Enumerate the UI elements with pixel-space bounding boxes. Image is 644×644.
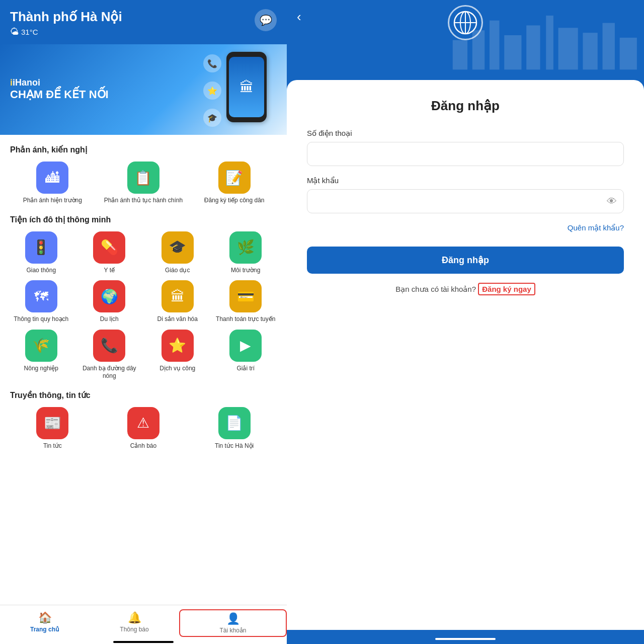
back-button[interactable]: ‹ xyxy=(297,9,301,25)
password-input-wrap: 👁 xyxy=(307,189,624,213)
section-title-news: Truyền thông, tin tức xyxy=(10,390,277,400)
list-item[interactable]: 🏛 Di sản văn hóa xyxy=(146,280,209,324)
list-item[interactable]: 🎓 Giáo dục xyxy=(146,231,209,275)
nav-notifications[interactable]: 🔔 Thông báo xyxy=(90,609,179,637)
banner-brand: iiHanoi xyxy=(10,77,109,88)
du-lich-icon: 🌍 xyxy=(93,280,125,312)
phan-anh-hien-truong-label: Phản ánh hiện trường xyxy=(23,197,82,205)
danh-ba-label: Danh bạ đường dây nóng xyxy=(78,365,141,380)
svg-rect-9 xyxy=(546,16,553,69)
banner-icons: 📞 ⭐ 🎓 ✉ xyxy=(203,54,221,135)
quy-hoach-icon: 🗺 xyxy=(25,280,57,312)
moi-truong-label: Môi trường xyxy=(231,267,260,275)
login-button[interactable]: Đăng nhập xyxy=(307,247,624,274)
left-content: Phản ánh, kiến nghị 🏙 Phản ánh hiện trườ… xyxy=(0,135,287,605)
home-icon: 🏠 xyxy=(38,611,52,624)
login-card: Đăng nhập Số điện thoại Mật khẩu 👁 Quên … xyxy=(287,80,644,630)
list-item[interactable]: 📋 Phản ánh thủ tục hành chính xyxy=(101,162,186,205)
list-item[interactable]: 🌍 Du lịch xyxy=(78,280,141,324)
hanoi-logo: 🏛 xyxy=(239,79,254,96)
nong-nghiep-label: Nông nghiệp xyxy=(24,365,58,373)
phone-input-wrap xyxy=(307,142,624,166)
nav-account[interactable]: 👤 Tài khoản xyxy=(179,609,287,637)
di-san-icon: 🏛 xyxy=(162,280,194,312)
smart-grid: 🚦 Giao thông 💊 Y tế 🎓 Giáo dục 🌿 Môi trư… xyxy=(10,231,277,380)
banner: iiHanoi CHẠM ĐỂ KẾT NỐI 🏛 📞 ⭐ 🎓 ✉ xyxy=(0,44,287,135)
list-item[interactable]: 📰 Tin tức xyxy=(10,407,95,450)
city-title: Thành phố Hà Nội xyxy=(10,9,122,25)
account-icon: 👤 xyxy=(226,612,240,625)
left-panel: Thành phố Hà Nội 🌤 31°C 💬 iiHanoi CHẠM Đ… xyxy=(0,0,287,644)
list-item[interactable]: 🌾 Nông nghiệp xyxy=(10,330,72,380)
giao-duc-label: Giáo dục xyxy=(165,267,190,275)
list-item[interactable]: ⭐ Dịch vụ công xyxy=(146,330,209,380)
list-item[interactable]: 📄 Tin tức Hà Nội xyxy=(192,407,277,450)
thanh-toan-icon: 💳 xyxy=(229,280,262,312)
right-home-indicator xyxy=(435,638,496,640)
login-title: Đăng nhập xyxy=(307,98,624,114)
banner-icon-phone: 📞 xyxy=(203,54,221,72)
bell-icon: 🔔 xyxy=(128,611,141,624)
weather-icon: 🌤 xyxy=(10,27,19,37)
password-input[interactable] xyxy=(307,189,624,213)
nav-notifications-label: Thông báo xyxy=(120,626,148,633)
register-row: Bạn chưa có tài khoản? Đăng ký ngay xyxy=(307,285,624,294)
banner-icon-hat: 🎓 xyxy=(203,109,221,127)
list-item[interactable]: 📞 Danh bạ đường dây nóng xyxy=(78,330,141,380)
svg-rect-13 xyxy=(619,38,636,69)
giai-tri-icon: ▶ xyxy=(229,330,262,362)
tin-tuc-icon: 📰 xyxy=(36,407,68,439)
list-item[interactable]: ⚠ Cảnh báo xyxy=(101,407,186,450)
no-account-text: Bạn chưa có tài khoản? xyxy=(395,285,476,293)
svg-rect-6 xyxy=(489,21,499,70)
register-link[interactable]: Đăng ký ngay xyxy=(478,283,535,295)
feedback-grid: 🏙 Phản ánh hiện trường 📋 Phản ánh thủ tụ… xyxy=(10,162,277,205)
phan-anh-thu-tuc-icon: 📋 xyxy=(127,162,159,194)
nav-home-label: Trang chủ xyxy=(30,626,59,633)
nav-home[interactable]: 🏠 Trang chủ xyxy=(0,609,90,637)
list-item[interactable]: ▶ Giải trí xyxy=(215,330,277,380)
home-indicator xyxy=(113,641,174,643)
section-title-feedback: Phản ánh, kiến nghị xyxy=(10,145,277,154)
phone-screen: 🏛 xyxy=(229,57,264,117)
svg-rect-7 xyxy=(504,35,521,69)
banner-icon-star: ⭐ xyxy=(203,82,221,100)
forgot-password-link[interactable]: Quên mật khẩu? xyxy=(307,223,624,232)
city-bg-decoration xyxy=(448,0,645,70)
dich-vu-cong-icon: ⭐ xyxy=(162,330,194,362)
svg-rect-10 xyxy=(558,28,578,69)
tin-tuc-label: Tin tức xyxy=(43,442,62,450)
header-info: Thành phố Hà Nội 🌤 31°C xyxy=(10,9,122,37)
giao-thong-label: Giao thông xyxy=(26,267,56,275)
tin-tuc-hn-icon: 📄 xyxy=(218,407,251,439)
list-item[interactable]: 💊 Y tế xyxy=(78,231,141,275)
svg-rect-11 xyxy=(583,33,597,69)
nav-account-label: Tài khoản xyxy=(219,627,246,634)
list-item[interactable]: 💳 Thanh toán trực tuyến xyxy=(215,280,277,324)
list-item[interactable]: 📝 Đăng ký tiếp công dân xyxy=(192,162,277,205)
y-te-label: Y tế xyxy=(104,267,115,275)
tin-tuc-hn-label: Tin tức Hà Nội xyxy=(215,442,254,450)
dang-ky-tiep-label: Đăng ký tiếp công dân xyxy=(204,197,265,205)
giai-tri-label: Giải trí xyxy=(236,365,255,373)
giao-duc-icon: 🎓 xyxy=(162,231,194,264)
moi-truong-icon: 🌿 xyxy=(229,231,262,264)
news-grid: 📰 Tin tức ⚠ Cảnh báo 📄 Tin tức Hà Nội xyxy=(10,407,277,450)
chat-button[interactable]: 💬 xyxy=(255,9,277,31)
thanh-toan-label: Thanh toán trực tuyến xyxy=(216,315,275,324)
list-item[interactable]: 🗺 Thông tin quy hoạch xyxy=(10,280,72,324)
phan-anh-thu-tuc-label: Phản ánh thủ tục hành chính xyxy=(104,197,183,205)
list-item[interactable]: 🚦 Giao thông xyxy=(10,231,72,275)
weather-info: 🌤 31°C xyxy=(10,27,122,37)
phone-mockup: 🏛 xyxy=(226,52,267,122)
list-item[interactable]: 🌿 Môi trường xyxy=(215,231,277,275)
phone-input[interactable] xyxy=(307,142,624,166)
danh-ba-icon: 📞 xyxy=(93,330,125,362)
left-header: Thành phố Hà Nội 🌤 31°C 💬 xyxy=(0,0,287,44)
password-label: Mật khẩu xyxy=(307,176,624,185)
list-item[interactable]: 🏙 Phản ánh hiện trường xyxy=(10,162,95,205)
toggle-password-icon[interactable]: 👁 xyxy=(607,196,617,207)
canh-bao-label: Cảnh báo xyxy=(130,442,156,450)
bottom-nav: 🏠 Trang chủ 🔔 Thông báo 👤 Tài khoản xyxy=(0,605,287,639)
dang-ky-tiep-icon: 📝 xyxy=(218,162,251,194)
